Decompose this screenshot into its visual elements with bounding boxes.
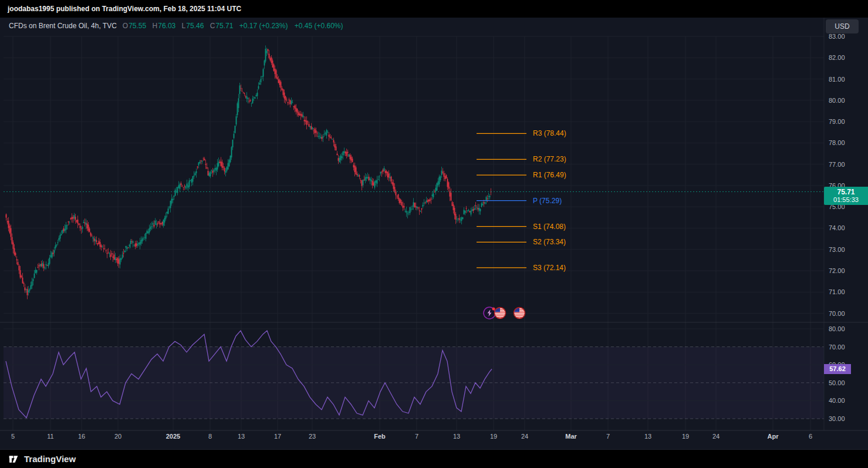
svg-text:5: 5	[11, 433, 15, 440]
svg-text:23: 23	[309, 433, 316, 440]
svg-text:2025: 2025	[166, 433, 180, 440]
footer-bar: TradingView	[0, 449, 868, 468]
svg-text:8: 8	[208, 433, 212, 440]
pivot-levels[interactable]: R3 (78.44)R2 (77.23)R1 (76.49)P (75.29)S…	[477, 129, 566, 272]
svg-text:Mar: Mar	[565, 433, 577, 440]
high-value: 76.03	[158, 22, 175, 30]
change-value: +0.17 (+0.23%)	[239, 22, 288, 30]
svg-text:6: 6	[809, 433, 812, 440]
close-value: 75.71	[215, 22, 233, 30]
svg-text:13: 13	[453, 433, 460, 440]
symbol-header: CFDs on Brent Crude Oil, 4h, TVC O75.55 …	[9, 22, 348, 30]
svg-text:13: 13	[644, 433, 651, 440]
svg-text:P (75.29): P (75.29)	[533, 197, 562, 205]
chart-canvas[interactable]: R3 (78.44)R2 (77.23)R1 (76.49)P (75.29)S…	[0, 18, 868, 449]
svg-text:30.00: 30.00	[829, 415, 845, 422]
tradingview-logo-text[interactable]: TradingView	[24, 454, 76, 464]
publish-info-bar: joodabas1995 published on TradingView.co…	[0, 0, 868, 18]
svg-text:81.00: 81.00	[829, 76, 845, 83]
svg-text:R2 (77.23): R2 (77.23)	[533, 155, 566, 163]
candles	[6, 45, 492, 299]
svg-text:70.00: 70.00	[829, 344, 845, 351]
rsi-value-badge: 57.62	[824, 364, 851, 374]
svg-text:17: 17	[274, 433, 281, 440]
svg-text:Feb: Feb	[374, 433, 386, 440]
ohlc-high: H76.03	[153, 22, 176, 30]
svg-text:80.00: 80.00	[829, 97, 845, 104]
low-value: 75.46	[186, 22, 204, 30]
svg-text:74.00: 74.00	[829, 224, 845, 231]
svg-text:80.00: 80.00	[829, 325, 845, 332]
open-value: 75.55	[129, 22, 146, 30]
grid-horizontal	[4, 36, 824, 314]
open-label: O	[123, 22, 128, 30]
svg-text:19: 19	[490, 433, 497, 440]
svg-text:7: 7	[415, 433, 418, 440]
currency-button[interactable]: USD	[826, 19, 859, 33]
svg-text:Apr: Apr	[768, 433, 779, 440]
svg-text:73.00: 73.00	[829, 246, 845, 253]
change-extended: +0.45 (+0.60%)	[295, 22, 343, 30]
svg-text:71.00: 71.00	[829, 288, 845, 295]
svg-text:20: 20	[114, 433, 121, 440]
publish-info-text: joodabas1995 published on TradingView.co…	[8, 5, 241, 13]
us-flag-icon[interactable]	[494, 307, 505, 318]
low-label: L	[182, 22, 186, 30]
svg-text:16: 16	[78, 433, 85, 440]
svg-text:R3 (78.44): R3 (78.44)	[533, 129, 566, 137]
ohlc-close: C75.71	[210, 22, 234, 30]
svg-text:70.00: 70.00	[829, 310, 845, 317]
rsi-band	[4, 329, 824, 419]
svg-text:7: 7	[606, 433, 610, 440]
svg-text:S1 (74.08): S1 (74.08)	[533, 223, 566, 231]
high-label: H	[153, 22, 158, 30]
svg-text:S3 (72.14): S3 (72.14)	[533, 264, 566, 272]
svg-text:78.00: 78.00	[829, 139, 845, 146]
chart-area: R3 (78.44)R2 (77.23)R1 (76.49)P (75.29)S…	[0, 18, 868, 449]
bar-countdown: 01:55:33	[824, 196, 868, 204]
svg-text:40.00: 40.00	[829, 397, 845, 404]
svg-text:24: 24	[712, 433, 720, 440]
time-scale[interactable]: 511162020258131723Feb7131924Mar7131924Ap…	[11, 433, 812, 440]
svg-text:19: 19	[682, 433, 689, 440]
svg-text:83.00: 83.00	[829, 33, 845, 40]
svg-text:50.00: 50.00	[829, 379, 845, 386]
last-price-badge: 75.71 01:55:33	[824, 187, 868, 205]
svg-text:77.00: 77.00	[829, 161, 845, 168]
tradingview-logo-icon[interactable]	[7, 453, 19, 465]
close-label: C	[210, 22, 215, 30]
svg-text:R1 (76.49): R1 (76.49)	[533, 171, 566, 179]
lightning-icon[interactable]	[484, 307, 495, 319]
svg-text:82.00: 82.00	[829, 54, 845, 61]
svg-text:79.00: 79.00	[829, 118, 845, 125]
ohlc-open: O75.55	[123, 22, 146, 30]
svg-text:72.00: 72.00	[829, 267, 845, 274]
svg-text:S2 (73.34): S2 (73.34)	[533, 238, 566, 246]
svg-text:24: 24	[521, 433, 528, 440]
last-price-value: 75.71	[824, 188, 868, 196]
event-markers[interactable]	[484, 307, 525, 319]
svg-text:11: 11	[47, 433, 53, 440]
ohlc-values: O75.55 H76.03 L75.46 C75.71 +0.17 (+0.23…	[123, 22, 348, 30]
us-flag-icon[interactable]	[514, 307, 525, 318]
svg-text:13: 13	[238, 433, 245, 440]
ohlc-low: L75.46	[182, 22, 204, 30]
symbol-title[interactable]: CFDs on Brent Crude Oil, 4h, TVC	[9, 22, 117, 30]
